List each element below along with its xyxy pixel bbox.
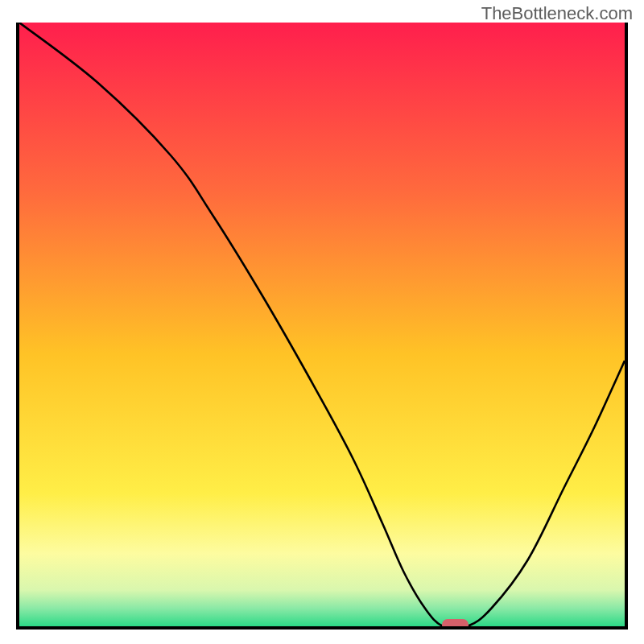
optimal-point-marker <box>442 619 469 630</box>
watermark-text: TheBottleneck.com <box>481 3 633 24</box>
chart-plot-area <box>16 23 628 630</box>
bottleneck-curve <box>19 23 625 626</box>
